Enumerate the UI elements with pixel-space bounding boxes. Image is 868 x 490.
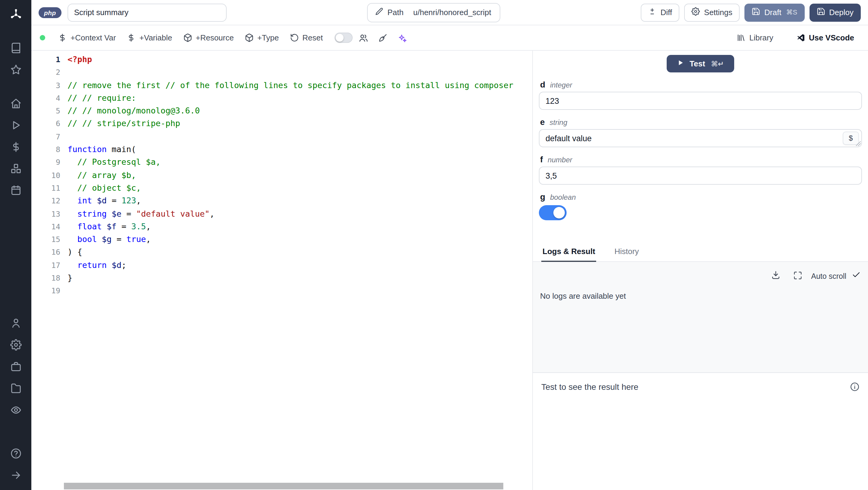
library-button-label: Library (749, 33, 773, 42)
add-resource-button[interactable]: +Resource (178, 30, 239, 46)
sidebar-item-eye[interactable] (5, 401, 27, 419)
result-info-button[interactable] (850, 382, 860, 394)
sidebar-item-folder[interactable] (5, 379, 27, 397)
sidebar-item-help[interactable] (5, 444, 27, 462)
add-type-button[interactable]: +Type (239, 30, 284, 46)
result-placeholder: Test to see the result here (541, 382, 845, 392)
deploy-button[interactable]: Deploy (809, 3, 861, 22)
add-context-var-button[interactable]: +Context Var (53, 30, 121, 46)
edit-path-button[interactable]: Path (368, 3, 411, 22)
format-code-button[interactable] (374, 29, 391, 46)
boxes-icon (10, 163, 22, 174)
sidebar-item-calendar[interactable] (5, 181, 27, 199)
package-icon (183, 33, 192, 42)
code-editor[interactable]: 1<?php23// remove the first // of the fo… (31, 51, 533, 490)
test-button[interactable]: Test ⌘↵ (667, 55, 734, 73)
line-number: 4 (31, 92, 60, 105)
code-line[interactable]: 1<?php (31, 53, 532, 66)
library-button[interactable]: Library (731, 30, 779, 46)
add-type-button-label: +Type (257, 33, 279, 42)
line-number: 11 (31, 182, 60, 195)
script-path-value[interactable]: u/henri/honored_script (411, 8, 500, 17)
windmill-logo-button[interactable] (5, 5, 27, 24)
sidebar-item-notebook[interactable] (5, 39, 27, 57)
diff-button[interactable]: Diff (641, 3, 680, 22)
content-row: 1<?php23// remove the first // of the fo… (31, 51, 868, 490)
code-line[interactable]: 18} (31, 271, 532, 285)
line-number: 15 (31, 233, 60, 246)
draft-button[interactable]: Draft ⌘S (744, 3, 804, 22)
code-line[interactable]: 3// remove the first // of the following… (31, 79, 532, 92)
folder-icon (10, 382, 22, 394)
code-line[interactable]: 13 string $e = "default value", (31, 207, 532, 220)
code-line[interactable]: 10 // array $b, (31, 169, 532, 182)
topbar-actions: Diff Settings Draft ⌘S Deploy (641, 3, 861, 22)
arg-f-input[interactable] (539, 167, 862, 185)
download-icon (771, 270, 780, 280)
arrow-right-icon (10, 469, 22, 481)
script-args-form: dintegerestring$fnumbergboolean (533, 73, 868, 223)
tab-history[interactable]: History (613, 242, 640, 262)
sidebar-item-play[interactable] (5, 116, 27, 134)
info-icon (850, 382, 860, 392)
code-line[interactable]: 9 // Postgresql $a, (31, 156, 532, 169)
multiplayer-users-button[interactable] (355, 29, 372, 46)
sidebar-item-settings[interactable] (5, 336, 27, 354)
reset-button[interactable]: Reset (284, 30, 328, 46)
sidebar-item-arrow-right[interactable] (5, 466, 27, 484)
script-summary-input[interactable] (67, 3, 227, 22)
resize-grip[interactable] (856, 141, 861, 146)
code-line[interactable]: 19 (31, 285, 532, 297)
code-line[interactable]: 4// // require: (31, 92, 532, 105)
arg-name: e (540, 117, 545, 127)
library-icon (737, 33, 746, 42)
sparkles-icon (397, 33, 407, 42)
reset-button-label: Reset (302, 33, 323, 42)
code-line[interactable]: 5// // monolog/monolog@3.6.0 (31, 105, 532, 117)
arg-g-toggle[interactable] (539, 205, 567, 220)
code-line[interactable]: 17 return $d; (31, 259, 532, 272)
add-variable-button[interactable]: +Variable (121, 30, 178, 46)
arg-e-input[interactable] (539, 129, 862, 147)
arg-field-f: fnumber (539, 154, 862, 185)
code-line[interactable]: 12 int $d = 123, (31, 195, 532, 208)
line-number: 1 (31, 53, 60, 66)
sidebar-item-user[interactable] (5, 314, 27, 332)
ai-assistant-button[interactable] (393, 29, 410, 46)
code-line[interactable]: 7 (31, 131, 532, 143)
use-vscode-button[interactable]: Use VScode (791, 30, 860, 46)
auto-scroll-checkbox[interactable] (852, 270, 861, 282)
play-icon (10, 119, 22, 131)
dollar-icon (10, 141, 22, 152)
help-icon (10, 448, 22, 459)
code-line[interactable]: 6// // stripe/stripe-php (31, 117, 532, 131)
sidebar-item-dollar[interactable] (5, 138, 27, 156)
settings-icon (10, 339, 22, 350)
sidebar-item-boxes[interactable] (5, 159, 27, 177)
code-line[interactable]: 16) { (31, 246, 532, 259)
arg-type: integer (550, 81, 572, 89)
save-icon (816, 7, 825, 16)
code-line[interactable]: 8function main( (31, 143, 532, 156)
code-line[interactable]: 11 // object $c, (31, 182, 532, 195)
tab-logs-result[interactable]: Logs & Result (541, 242, 596, 262)
sidebar-item-star[interactable] (5, 60, 27, 79)
status-dot (40, 35, 45, 40)
sidebar-item-home[interactable] (5, 94, 27, 112)
download-logs-button[interactable] (767, 267, 784, 285)
arg-d-input[interactable] (539, 92, 862, 110)
code-line[interactable]: 15 bool $g = true, (31, 233, 532, 246)
multiplayer-toggle[interactable] (334, 33, 352, 43)
arg-field-e: estring$ (539, 117, 862, 147)
plus-minus-icon (648, 7, 656, 16)
code-line[interactable]: 2 (31, 66, 532, 79)
settings-button[interactable]: Settings (684, 3, 740, 22)
expand-logs-button[interactable] (789, 267, 806, 285)
test-row: Test ⌘↵ (533, 51, 868, 73)
horizontal-scrollbar[interactable] (64, 483, 503, 489)
code-line[interactable]: 14 float $f = 3.5, (31, 220, 532, 233)
sidebar-item-toolbox[interactable] (5, 357, 27, 375)
line-number: 12 (31, 195, 60, 208)
line-number: 6 (31, 117, 60, 131)
check-icon (852, 270, 861, 279)
